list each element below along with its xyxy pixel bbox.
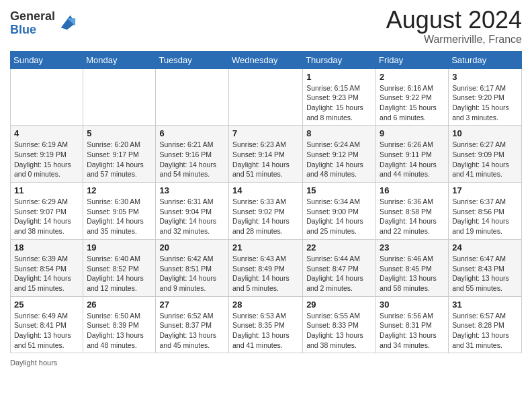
calendar-cell: 8Sunrise: 6:24 AM Sunset: 9:12 PM Daylig… bbox=[303, 126, 376, 183]
day-number: 23 bbox=[380, 242, 445, 253]
day-number: 17 bbox=[452, 185, 518, 195]
calendar-week-row: 11Sunrise: 6:29 AM Sunset: 9:07 PM Dayli… bbox=[11, 183, 522, 240]
calendar-cell: 14Sunrise: 6:33 AM Sunset: 9:02 PM Dayli… bbox=[229, 183, 303, 240]
calendar-cell bbox=[229, 68, 303, 126]
day-info: Sunrise: 6:53 AM Sunset: 8:35 PM Dayligh… bbox=[232, 311, 299, 351]
location-title: Warmeriville, France bbox=[386, 34, 522, 46]
day-info: Sunrise: 6:39 AM Sunset: 8:54 PM Dayligh… bbox=[14, 254, 79, 293]
day-info: Sunrise: 6:19 AM Sunset: 9:19 PM Dayligh… bbox=[14, 140, 79, 179]
day-number: 14 bbox=[232, 185, 299, 195]
calendar-cell: 19Sunrise: 6:40 AM Sunset: 8:52 PM Dayli… bbox=[83, 239, 156, 296]
day-info: Sunrise: 6:52 AM Sunset: 8:37 PM Dayligh… bbox=[159, 311, 225, 351]
day-info: Sunrise: 6:40 AM Sunset: 8:52 PM Dayligh… bbox=[87, 254, 152, 293]
calendar-day-header: Wednesday bbox=[229, 51, 303, 68]
calendar-cell: 23Sunrise: 6:46 AM Sunset: 8:45 PM Dayli… bbox=[376, 239, 449, 296]
calendar-cell: 1Sunrise: 6:15 AM Sunset: 9:23 PM Daylig… bbox=[303, 68, 376, 126]
day-number: 5 bbox=[87, 128, 152, 138]
day-number: 29 bbox=[306, 300, 372, 310]
day-number: 10 bbox=[452, 128, 518, 138]
calendar-cell: 17Sunrise: 6:37 AM Sunset: 8:56 PM Dayli… bbox=[449, 183, 522, 240]
day-info: Sunrise: 6:31 AM Sunset: 9:04 PM Dayligh… bbox=[159, 197, 225, 236]
day-info: Sunrise: 6:15 AM Sunset: 9:23 PM Dayligh… bbox=[306, 83, 372, 123]
day-info: Sunrise: 6:30 AM Sunset: 9:05 PM Dayligh… bbox=[87, 197, 152, 236]
day-info: Sunrise: 6:47 AM Sunset: 8:43 PM Dayligh… bbox=[452, 254, 518, 293]
day-number: 13 bbox=[159, 185, 225, 195]
calendar-day-header: Monday bbox=[83, 51, 156, 68]
day-number: 22 bbox=[306, 242, 372, 253]
calendar-day-header: Sunday bbox=[11, 51, 83, 68]
day-number: 3 bbox=[452, 72, 518, 82]
footer: Daylight hours bbox=[10, 359, 522, 367]
calendar-cell: 31Sunrise: 6:57 AM Sunset: 8:28 PM Dayli… bbox=[449, 296, 522, 353]
calendar-cell: 28Sunrise: 6:53 AM Sunset: 8:35 PM Dayli… bbox=[229, 296, 303, 353]
calendar-cell: 6Sunrise: 6:21 AM Sunset: 9:16 PM Daylig… bbox=[156, 126, 229, 183]
calendar-day-header: Tuesday bbox=[156, 51, 229, 68]
day-info: Sunrise: 6:29 AM Sunset: 9:07 PM Dayligh… bbox=[14, 197, 79, 236]
day-number: 26 bbox=[87, 300, 152, 310]
calendar-cell: 7Sunrise: 6:23 AM Sunset: 9:14 PM Daylig… bbox=[229, 126, 303, 183]
day-info: Sunrise: 6:50 AM Sunset: 8:39 PM Dayligh… bbox=[87, 311, 152, 351]
day-number: 15 bbox=[306, 185, 372, 195]
day-number: 12 bbox=[87, 185, 152, 195]
calendar-cell: 18Sunrise: 6:39 AM Sunset: 8:54 PM Dayli… bbox=[11, 239, 83, 296]
day-number: 9 bbox=[380, 128, 445, 138]
logo-general: General bbox=[10, 10, 55, 24]
calendar-cell: 22Sunrise: 6:44 AM Sunset: 8:47 PM Dayli… bbox=[303, 239, 376, 296]
calendar-week-row: 1Sunrise: 6:15 AM Sunset: 9:23 PM Daylig… bbox=[11, 68, 522, 126]
calendar-cell: 15Sunrise: 6:34 AM Sunset: 9:00 PM Dayli… bbox=[303, 183, 376, 240]
day-info: Sunrise: 6:34 AM Sunset: 9:00 PM Dayligh… bbox=[306, 197, 372, 236]
day-number: 2 bbox=[380, 72, 445, 82]
calendar-cell: 21Sunrise: 6:43 AM Sunset: 8:49 PM Dayli… bbox=[229, 239, 303, 296]
daylight-label: Daylight hours bbox=[10, 359, 57, 367]
day-number: 11 bbox=[14, 185, 79, 195]
day-info: Sunrise: 6:36 AM Sunset: 8:58 PM Dayligh… bbox=[380, 197, 445, 236]
day-number: 28 bbox=[232, 300, 299, 310]
calendar-cell: 26Sunrise: 6:50 AM Sunset: 8:39 PM Dayli… bbox=[83, 296, 156, 353]
calendar-table: SundayMondayTuesdayWednesdayThursdayFrid… bbox=[10, 51, 522, 354]
day-info: Sunrise: 6:57 AM Sunset: 8:28 PM Dayligh… bbox=[452, 311, 518, 351]
calendar-cell: 24Sunrise: 6:47 AM Sunset: 8:43 PM Dayli… bbox=[449, 239, 522, 296]
day-info: Sunrise: 6:33 AM Sunset: 9:02 PM Dayligh… bbox=[232, 197, 299, 236]
calendar-cell: 25Sunrise: 6:49 AM Sunset: 8:41 PM Dayli… bbox=[11, 296, 83, 353]
day-number: 1 bbox=[306, 72, 372, 82]
day-number: 18 bbox=[14, 242, 79, 253]
calendar-week-row: 25Sunrise: 6:49 AM Sunset: 8:41 PM Dayli… bbox=[11, 296, 522, 353]
calendar-cell: 13Sunrise: 6:31 AM Sunset: 9:04 PM Dayli… bbox=[156, 183, 229, 240]
day-info: Sunrise: 6:55 AM Sunset: 8:33 PM Dayligh… bbox=[306, 311, 372, 351]
calendar-cell bbox=[83, 68, 156, 126]
day-number: 16 bbox=[380, 185, 445, 195]
calendar-cell: 5Sunrise: 6:20 AM Sunset: 9:17 PM Daylig… bbox=[83, 126, 156, 183]
calendar-day-header: Saturday bbox=[449, 51, 522, 68]
calendar-cell bbox=[11, 68, 83, 126]
logo: General Blue bbox=[10, 10, 77, 37]
calendar-cell: 9Sunrise: 6:26 AM Sunset: 9:11 PM Daylig… bbox=[376, 126, 449, 183]
calendar-cell: 16Sunrise: 6:36 AM Sunset: 8:58 PM Dayli… bbox=[376, 183, 449, 240]
day-number: 19 bbox=[87, 242, 152, 253]
day-number: 27 bbox=[159, 300, 225, 310]
calendar-header-row: SundayMondayTuesdayWednesdayThursdayFrid… bbox=[11, 51, 522, 68]
day-info: Sunrise: 6:27 AM Sunset: 9:09 PM Dayligh… bbox=[452, 140, 518, 179]
day-info: Sunrise: 6:23 AM Sunset: 9:14 PM Dayligh… bbox=[232, 140, 299, 179]
day-number: 21 bbox=[232, 242, 299, 253]
calendar-cell: 29Sunrise: 6:55 AM Sunset: 8:33 PM Dayli… bbox=[303, 296, 376, 353]
calendar-cell: 30Sunrise: 6:56 AM Sunset: 8:31 PM Dayli… bbox=[376, 296, 449, 353]
day-info: Sunrise: 6:46 AM Sunset: 8:45 PM Dayligh… bbox=[380, 254, 445, 293]
calendar-cell: 10Sunrise: 6:27 AM Sunset: 9:09 PM Dayli… bbox=[449, 126, 522, 183]
calendar-cell: 3Sunrise: 6:17 AM Sunset: 9:20 PM Daylig… bbox=[449, 68, 522, 126]
calendar-cell: 2Sunrise: 6:16 AM Sunset: 9:22 PM Daylig… bbox=[376, 68, 449, 126]
day-number: 7 bbox=[232, 128, 299, 138]
day-info: Sunrise: 6:43 AM Sunset: 8:49 PM Dayligh… bbox=[232, 254, 299, 293]
calendar-cell: 11Sunrise: 6:29 AM Sunset: 9:07 PM Dayli… bbox=[11, 183, 83, 240]
logo-blue: Blue bbox=[10, 24, 55, 37]
calendar-day-header: Thursday bbox=[303, 51, 376, 68]
day-info: Sunrise: 6:37 AM Sunset: 8:56 PM Dayligh… bbox=[452, 197, 518, 236]
day-number: 4 bbox=[14, 128, 79, 138]
logo-icon bbox=[58, 12, 77, 31]
day-info: Sunrise: 6:21 AM Sunset: 9:16 PM Dayligh… bbox=[159, 140, 225, 179]
day-number: 20 bbox=[159, 242, 225, 253]
day-info: Sunrise: 6:44 AM Sunset: 8:47 PM Dayligh… bbox=[306, 254, 372, 293]
day-info: Sunrise: 6:49 AM Sunset: 8:41 PM Dayligh… bbox=[14, 311, 79, 351]
calendar-day-header: Friday bbox=[376, 51, 449, 68]
day-number: 30 bbox=[380, 300, 445, 310]
day-number: 6 bbox=[159, 128, 225, 138]
